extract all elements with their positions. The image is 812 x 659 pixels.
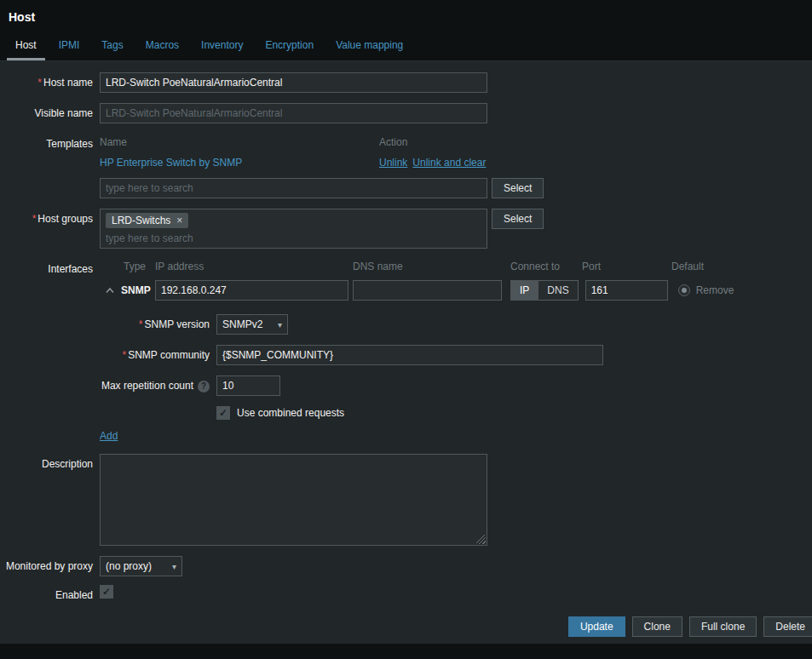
tab-tags[interactable]: Tags	[93, 32, 131, 60]
host-form: *Host name Visible name Templates Name A…	[0, 61, 812, 644]
host-groups-label: *Host groups	[0, 209, 100, 249]
interfaces-column-headers: Type IP address DNS name Connect to Port…	[100, 261, 734, 272]
tab-ipmi[interactable]: IPMI	[50, 32, 89, 60]
remove-chip-icon[interactable]: ×	[176, 214, 182, 227]
add-interface-link[interactable]: Add	[100, 430, 118, 442]
tab-value-mapping[interactable]: Value mapping	[327, 32, 412, 60]
max-repetition-label: Max repetition count?	[0, 375, 216, 396]
use-combined-requests-checkbox[interactable]: ✓	[216, 406, 230, 420]
description-row: Description	[0, 454, 812, 546]
snmp-version-label-text: SNMP version	[145, 318, 210, 330]
interfaces-port-header: Port	[582, 261, 671, 272]
snmp-community-input[interactable]	[216, 345, 603, 365]
default-interface-radio[interactable]	[678, 284, 690, 296]
tab-macros[interactable]: Macros	[137, 32, 187, 60]
snmp-community-row: *SNMP community	[0, 345, 812, 365]
visible-name-label: Visible name	[0, 103, 100, 123]
dns-name-input[interactable]	[353, 280, 502, 301]
required-marker: *	[37, 77, 42, 89]
templates-label: Templates	[0, 134, 100, 198]
visible-name-row: Visible name	[0, 103, 812, 123]
tab-inventory[interactable]: Inventory	[193, 32, 251, 60]
templates-select-button[interactable]: Select	[492, 178, 544, 198]
snmp-version-select[interactable]: SNMPv2 ▾	[216, 314, 288, 335]
linked-template-row: HP Enterprise Switch by SNMP Unlink Unli…	[100, 157, 544, 169]
full-clone-button[interactable]: Full clone	[689, 616, 757, 637]
help-icon[interactable]: ?	[198, 381, 210, 393]
tab-bar: Host IPMI Tags Macros Inventory Encrypti…	[0, 32, 812, 61]
snmp-community-label-text: SNMP community	[128, 349, 210, 361]
delete-button[interactable]: Delete	[763, 616, 812, 637]
snmp-community-label: *SNMP community	[0, 345, 216, 365]
connect-ip-option[interactable]: IP	[510, 280, 538, 301]
interfaces-label: Interfaces	[0, 259, 100, 311]
interfaces-default-header: Default	[671, 261, 704, 272]
required-marker: *	[139, 318, 143, 330]
interfaces-connect-header: Connect to	[510, 261, 582, 272]
form-footer: Update Clone Full clone Delete	[568, 616, 812, 637]
interfaces-ip-header: IP address	[155, 261, 353, 272]
page-header: Host	[0, 0, 812, 32]
check-icon: ✓	[102, 587, 111, 597]
ip-address-input[interactable]	[155, 280, 348, 301]
clone-button[interactable]: Clone	[632, 616, 682, 637]
templates-column-headers: Name Action	[100, 136, 544, 148]
chevron-down-icon: ▾	[172, 562, 176, 571]
chevron-down-icon: ▾	[278, 320, 282, 330]
tab-encryption[interactable]: Encryption	[256, 32, 322, 60]
host-name-input[interactable]	[100, 72, 487, 93]
combined-requests-row: ✓ Use combined requests	[0, 406, 812, 420]
unlink-link[interactable]: Unlink	[379, 157, 407, 169]
max-repetition-label-text: Max repetition count	[101, 380, 193, 392]
proxy-select[interactable]: (no proxy) ▾	[100, 556, 182, 576]
description-label: Description	[0, 454, 100, 546]
max-repetition-input[interactable]	[216, 375, 280, 396]
host-groups-select-button[interactable]: Select	[492, 209, 544, 229]
description-textarea[interactable]	[100, 454, 487, 546]
host-name-label-text: Host name	[43, 77, 93, 89]
page-title: Host	[9, 10, 803, 24]
snmp-version-value: SNMPv2	[222, 318, 262, 330]
combined-requests-spacer	[0, 406, 216, 420]
templates-search-input[interactable]	[100, 178, 487, 198]
host-group-chip-label: LRD-Switchs	[112, 214, 170, 227]
chevron-up-icon[interactable]	[105, 287, 115, 294]
connect-to-toggle: IP DNS	[510, 280, 579, 301]
required-marker: *	[32, 213, 37, 225]
remove-interface-link[interactable]: Remove	[696, 284, 734, 296]
enabled-label: Enabled	[0, 585, 100, 601]
interfaces-row: Interfaces Type IP address DNS name Conn…	[0, 259, 812, 311]
snmp-version-row: *SNMP version SNMPv2 ▾	[0, 314, 812, 335]
connect-dns-option[interactable]: DNS	[538, 280, 578, 301]
host-name-row: *Host name	[0, 72, 812, 93]
use-combined-requests-label: Use combined requests	[237, 407, 344, 419]
templates-row: Templates Name Action HP Enterprise Swit…	[0, 134, 812, 198]
unlink-and-clear-link[interactable]: Unlink and clear	[412, 157, 486, 169]
port-input[interactable]	[585, 280, 668, 301]
host-group-chip: LRD-Switchs ×	[106, 213, 188, 228]
add-interface-row: Add	[0, 430, 812, 442]
add-interface-spacer	[0, 430, 100, 442]
proxy-row: Monitored by proxy (no proxy) ▾	[0, 556, 812, 576]
check-icon: ✓	[219, 408, 227, 418]
linked-template-link[interactable]: HP Enterprise Switch by SNMP	[100, 157, 242, 169]
host-groups-row: *Host groups LRD-Switchs × type here to …	[0, 209, 812, 249]
snmp-interface-row: SNMP IP DNS Remove	[100, 280, 734, 301]
enabled-checkbox[interactable]: ✓	[100, 585, 113, 599]
enabled-row: Enabled ✓	[0, 585, 812, 601]
tab-host[interactable]: Host	[7, 32, 45, 60]
update-button[interactable]: Update	[568, 616, 625, 637]
max-repetition-row: Max repetition count?	[0, 375, 812, 396]
snmp-version-label: *SNMP version	[0, 314, 216, 335]
host-groups-search-placeholder: type here to search	[106, 232, 481, 244]
interfaces-dns-header: DNS name	[353, 261, 510, 272]
host-groups-multiselect[interactable]: LRD-Switchs × type here to search	[100, 209, 487, 249]
visible-name-input[interactable]	[100, 103, 487, 123]
host-name-label: *Host name	[0, 72, 100, 93]
proxy-value: (no proxy)	[106, 560, 152, 572]
required-marker: *	[123, 349, 127, 361]
templates-name-header: Name	[100, 136, 379, 148]
host-groups-label-text: Host groups	[37, 213, 93, 225]
proxy-label: Monitored by proxy	[0, 556, 100, 576]
interfaces-type-header: Type	[100, 261, 155, 272]
